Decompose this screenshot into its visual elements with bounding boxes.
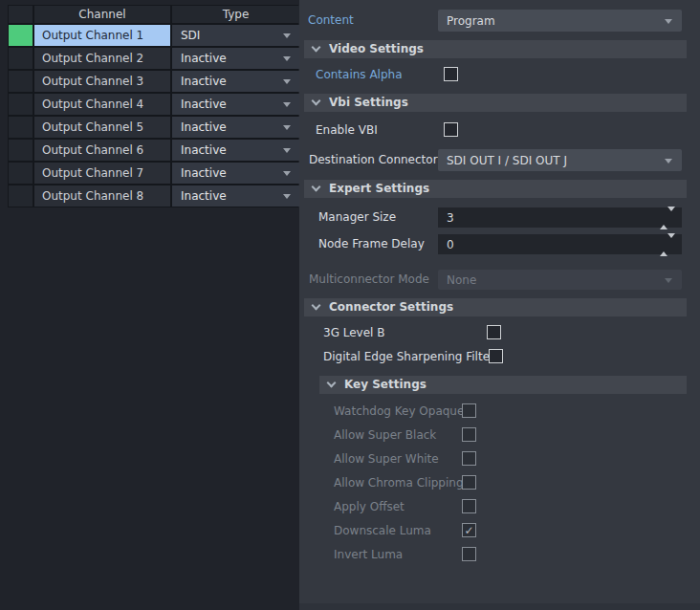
row-marker-cell[interactable] (9, 117, 33, 138)
destination-connector-dropdown[interactable]: SDI OUT I / SDI OUT J (438, 149, 682, 171)
enable-vbi-checkbox[interactable] (444, 122, 458, 137)
contains-alpha-checkbox[interactable] (444, 67, 458, 81)
multiconnector-mode-label: Multiconnector Mode (309, 270, 429, 290)
type-dropdown[interactable]: Inactive (172, 163, 299, 184)
row-marker-cell[interactable] (9, 94, 33, 115)
check-icon: ✓ (463, 524, 475, 537)
section-video-settings[interactable]: Video Settings (304, 40, 687, 58)
node-frame-delay-row: Node Frame Delay 0 (299, 234, 700, 254)
allow-super-black-label: Allow Super Black (334, 427, 436, 444)
chevron-down-icon (283, 79, 291, 84)
row-marker-cell[interactable] (9, 48, 33, 69)
row-marker-cell[interactable] (9, 185, 33, 207)
chevron-down-icon (312, 43, 321, 53)
invert-luma-row: Invert Luma (299, 547, 700, 563)
row-marker-cell[interactable] (9, 71, 33, 92)
chevron-down-icon (283, 33, 291, 38)
channel-cell[interactable]: Output Channel 5 (34, 117, 170, 138)
allow-super-white-checkbox (462, 451, 476, 466)
allow-chroma-clipping-row: Allow Chroma Clipping (299, 475, 700, 491)
apply-offset-checkbox (462, 499, 476, 513)
settings-panel: Content Program Video Settings Contains … (299, 0, 700, 610)
type-dropdown[interactable]: Inactive (172, 94, 299, 115)
section-expert-settings[interactable]: Expert Settings (304, 180, 687, 198)
multiconnector-mode-dropdown: None (438, 270, 682, 290)
allow-super-white-row: Allow Super White (299, 451, 700, 468)
digital-edge-sharpening-label: Digital Edge Sharpening Filter (323, 349, 494, 365)
channel-table: Channel Type Output Channel 1 SDI Output… (8, 5, 298, 207)
row-marker-cell[interactable] (9, 140, 33, 161)
chevron-down-icon (312, 301, 321, 311)
3g-level-b-label: 3G Level B (323, 325, 384, 341)
type-dropdown[interactable]: Inactive (172, 48, 299, 69)
type-dropdown[interactable]: Inactive (172, 185, 299, 207)
section-connector-settings[interactable]: Connector Settings (304, 298, 687, 316)
chevron-down-icon (327, 379, 337, 388)
apply-offset-row: Apply Offset (299, 499, 700, 515)
channel-cell[interactable]: Output Channel 3 (34, 71, 170, 92)
table-header-channel: Channel (34, 6, 170, 23)
section-key-settings[interactable]: Key Settings (319, 376, 687, 394)
digital-edge-sharpening-row: Digital Edge Sharpening Filter (299, 349, 700, 365)
chevron-down-icon (665, 278, 672, 283)
type-dropdown[interactable]: Inactive (172, 71, 299, 92)
contains-alpha-row: Contains Alpha (299, 67, 700, 83)
multiconnector-mode-row: Multiconnector Mode None (299, 270, 700, 290)
stepper-down-icon[interactable] (667, 207, 675, 225)
3g-level-b-checkbox[interactable] (487, 325, 501, 339)
type-dropdown[interactable]: Inactive (172, 140, 299, 161)
channel-cell[interactable]: Output Channel 2 (34, 48, 170, 69)
content-label: Content (308, 10, 354, 32)
channel-cell[interactable]: Output Channel 8 (34, 185, 170, 207)
chevron-down-icon (312, 183, 321, 192)
destination-connector-label: Destination Connector (309, 149, 438, 171)
channel-cell[interactable]: Output Channel 7 (34, 163, 170, 184)
enable-vbi-label: Enable VBI (316, 122, 378, 139)
invert-luma-label: Invert Luma (334, 547, 403, 563)
downscale-luma-row: Downscale Luma ✓ (299, 523, 700, 539)
row-marker-cell[interactable] (9, 163, 33, 184)
chevron-down-icon (312, 97, 321, 106)
stepper-down-icon[interactable] (667, 233, 675, 251)
node-frame-delay-label: Node Frame Delay (318, 234, 425, 254)
type-dropdown[interactable]: SDI (172, 25, 299, 46)
manager-size-stepper[interactable]: 3 (438, 207, 682, 228)
allow-chroma-clipping-label: Allow Chroma Clipping (334, 475, 464, 491)
watchdog-key-opaque-row: Watchdog Key Opaque (299, 403, 700, 420)
table-header-type: Type (172, 6, 299, 23)
chevron-down-icon (665, 19, 672, 24)
enable-vbi-row: Enable VBI (299, 122, 700, 139)
stepper-up-icon[interactable] (660, 211, 667, 229)
chevron-down-icon (283, 171, 291, 176)
digital-edge-sharpening-checkbox[interactable] (489, 349, 503, 363)
content-row: Content Program (299, 10, 700, 32)
stepper-up-icon[interactable] (660, 238, 667, 256)
channel-cell[interactable]: Output Channel 1 (34, 25, 170, 46)
section-vbi-settings[interactable]: Vbi Settings (304, 94, 687, 112)
watchdog-key-opaque-checkbox (462, 403, 476, 418)
channel-cell[interactable]: Output Channel 6 (34, 140, 170, 161)
chevron-down-icon (283, 194, 291, 199)
node-frame-delay-stepper[interactable]: 0 (438, 234, 682, 254)
allow-chroma-clipping-checkbox (462, 475, 476, 490)
chevron-down-icon (283, 56, 291, 61)
channel-cell[interactable]: Output Channel 4 (34, 94, 170, 115)
invert-luma-checkbox (462, 547, 476, 561)
type-dropdown[interactable]: Inactive (172, 117, 299, 138)
allow-super-white-label: Allow Super White (334, 451, 439, 468)
chevron-down-icon (283, 125, 291, 130)
panel-bottom-edge (299, 603, 700, 610)
chevron-down-icon (283, 102, 291, 107)
downscale-luma-label: Downscale Luma (334, 523, 431, 539)
content-dropdown[interactable]: Program (438, 10, 682, 32)
destination-connector-row: Destination Connector SDI OUT I / SDI OU… (299, 149, 700, 171)
downscale-luma-checkbox: ✓ (462, 523, 476, 537)
allow-super-black-row: Allow Super Black (299, 427, 700, 444)
3g-level-b-row: 3G Level B (299, 325, 700, 341)
chevron-down-icon (665, 159, 672, 163)
allow-super-black-checkbox (462, 427, 476, 442)
row-marker-cell[interactable] (9, 25, 33, 46)
contains-alpha-label: Contains Alpha (316, 67, 403, 83)
apply-offset-label: Apply Offset (334, 499, 405, 515)
table-header-marker (9, 6, 33, 23)
